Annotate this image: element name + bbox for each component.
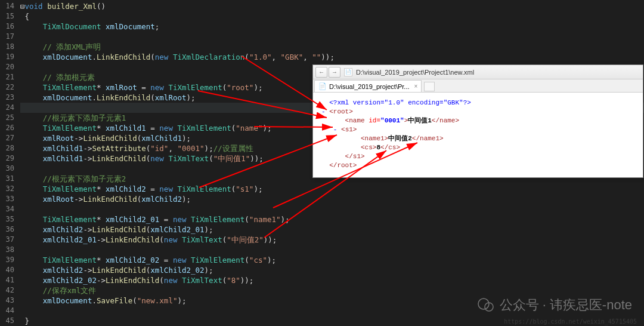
- code-line[interactable]: {: [20, 11, 644, 21]
- line-number: 22: [0, 82, 14, 93]
- xml-line: <cs>8</cs>: [321, 143, 634, 152]
- line-number: 28: [0, 143, 14, 153]
- line-number: 29: [0, 153, 14, 164]
- code-line[interactable]: TiXmlElement* xmlChild2_01 = new TiXmlEl…: [20, 214, 644, 224]
- code-line[interactable]: TiXmlElement* xmlChild2 = new TiXmlEleme…: [20, 184, 644, 194]
- code-line[interactable]: xmlChild2_01->LinkEndChild(new TiXmlText…: [20, 235, 644, 245]
- xml-line: - <root>: [321, 107, 634, 116]
- xml-line: <name id="0001">中间值1</name>: [321, 116, 634, 125]
- line-number: 21: [0, 72, 14, 82]
- line-number: 36: [0, 224, 14, 235]
- line-number: 42: [0, 285, 14, 296]
- code-line[interactable]: xmlChild2->LinkEndChild(xmlChild2_02);: [20, 265, 644, 275]
- line-number: 40: [0, 265, 14, 275]
- line-number: 31: [0, 174, 14, 184]
- code-line[interactable]: // 添加XML声明: [20, 42, 644, 52]
- address-text[interactable]: D:\visual_2019_project\Project1\new.xml: [356, 69, 474, 76]
- line-number: 35: [0, 214, 14, 224]
- footer-url: https://blog.csdn.net/weixin_45715405: [504, 318, 637, 325]
- line-number: 45: [0, 316, 14, 326]
- code-line[interactable]: [20, 245, 644, 255]
- line-number: 25: [0, 113, 14, 123]
- line-number: 44: [0, 306, 14, 316]
- line-number: 39: [0, 255, 14, 265]
- line-number: 38: [0, 245, 14, 255]
- line-number: 43: [0, 296, 14, 306]
- xml-line: </root>: [321, 161, 634, 170]
- tab-title: D:\visual_2019_project\Pr...: [329, 83, 410, 90]
- xml-line: </s1>: [321, 152, 634, 161]
- xml-content: <?xml version="1.0" encoding="GBK"?> - <…: [313, 93, 643, 176]
- line-number: 26: [0, 123, 14, 133]
- code-line[interactable]: [20, 32, 644, 42]
- back-button[interactable]: ←: [315, 67, 327, 78]
- line-number: 17: [0, 32, 14, 42]
- code-line[interactable]: xmlDocument.LinkEndChild(new TiXmlDeclar…: [20, 52, 644, 62]
- line-number: 18: [0, 42, 14, 52]
- line-number: 37: [0, 235, 14, 245]
- code-line[interactable]: xmlChild2->LinkEndChild(xmlChild2_01);: [20, 224, 644, 235]
- line-gutter: 1415161718192021222324252627282930313233…: [0, 0, 18, 326]
- line-number: 34: [0, 204, 14, 214]
- line-number: 32: [0, 184, 14, 194]
- close-icon[interactable]: ×: [414, 83, 418, 90]
- forward-button[interactable]: →: [329, 67, 340, 78]
- line-number: 30: [0, 164, 14, 174]
- new-tab-button[interactable]: [424, 82, 435, 91]
- line-number: 16: [0, 21, 14, 32]
- code-line[interactable]: xmlRoot->LinkEndChild(xmlChild2);: [20, 194, 644, 204]
- line-number: 15: [0, 11, 14, 21]
- browser-tabs: 📄 D:\visual_2019_project\Pr... ×: [313, 79, 643, 93]
- browser-window: ← → 📄 D:\visual_2019_project\Project1\ne…: [312, 64, 643, 178]
- browser-toolbar: ← → 📄 D:\visual_2019_project\Project1\ne…: [313, 65, 643, 79]
- line-number: 24: [0, 103, 14, 113]
- line-number: 33: [0, 194, 14, 204]
- watermark-text: 公众号 · 讳疾忌医-note: [500, 296, 632, 314]
- wechat-icon: [477, 296, 495, 314]
- code-line[interactable]: xmlChild2_02->LinkEndChild(new TiXmlText…: [20, 275, 644, 285]
- line-number: 23: [0, 93, 14, 103]
- watermark: 公众号 · 讳疾忌医-note: [477, 296, 632, 314]
- code-line[interactable]: //保存xml文件: [20, 285, 644, 296]
- xml-line: <name1>中间值2</name1>: [321, 134, 634, 143]
- line-number: 27: [0, 133, 14, 143]
- code-line[interactable]: [20, 204, 644, 214]
- browser-tab[interactable]: 📄 D:\visual_2019_project\Pr... ×: [314, 80, 422, 92]
- line-number: 14: [0, 1, 14, 11]
- tab-icon: 📄: [318, 82, 327, 90]
- line-number: 20: [0, 62, 14, 72]
- line-number: 41: [0, 275, 14, 285]
- line-number: 19: [0, 52, 14, 62]
- svg-point-6: [478, 299, 489, 309]
- xml-line: <?xml version="1.0" encoding="GBK"?>: [321, 99, 634, 107]
- code-line[interactable]: TiXmlDocument xmlDocument;: [20, 21, 644, 32]
- xml-line: - <s1>: [321, 125, 634, 134]
- code-line[interactable]: TiXmlElement* xmlChild2_02 = new TiXmlEl…: [20, 255, 644, 265]
- file-icon: 📄: [344, 68, 352, 76]
- code-line[interactable]: ⊟void builder_Xml(): [20, 1, 644, 11]
